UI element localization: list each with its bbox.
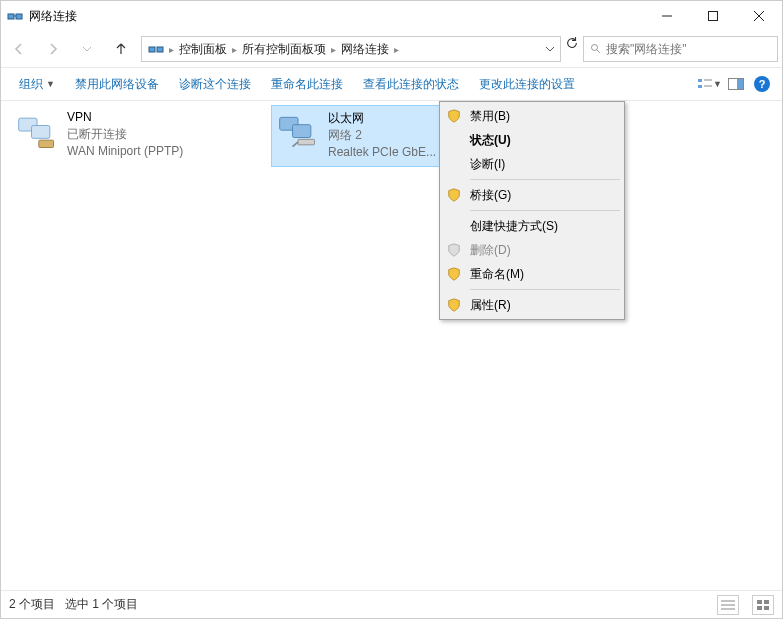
- address-icon: [144, 37, 168, 61]
- menu-label: 状态(U): [470, 132, 511, 149]
- preview-pane-button[interactable]: [724, 72, 748, 96]
- menu-label: 创建快捷方式(S): [470, 218, 558, 235]
- menu-delete: 删除(D): [442, 238, 622, 262]
- menu-disable[interactable]: 禁用(B): [442, 104, 622, 128]
- menu-label: 属性(R): [470, 297, 511, 314]
- chevron-right-icon[interactable]: ▸: [168, 44, 175, 55]
- empty-icon: [446, 218, 462, 234]
- view-mode-button[interactable]: ▼: [698, 72, 722, 96]
- rename-button[interactable]: 重命名此连接: [261, 70, 353, 99]
- address-bar[interactable]: ▸ 控制面板 ▸ 所有控制面板项 ▸ 网络连接 ▸: [141, 36, 561, 62]
- details-view-button[interactable]: [717, 595, 739, 615]
- organize-label: 组织: [19, 76, 43, 93]
- svg-rect-11: [698, 79, 702, 82]
- change-settings-button[interactable]: 更改此连接的设置: [469, 70, 585, 99]
- maximize-button[interactable]: [690, 1, 736, 31]
- menu-diagnose[interactable]: 诊断(I): [442, 152, 622, 176]
- menu-rename[interactable]: 重命名(M): [442, 262, 622, 286]
- search-box[interactable]: [583, 36, 778, 62]
- help-icon: ?: [754, 76, 770, 92]
- empty-icon: [446, 156, 462, 172]
- help-button[interactable]: ?: [750, 72, 774, 96]
- svg-rect-19: [39, 140, 54, 147]
- chevron-right-icon[interactable]: ▸: [330, 44, 337, 55]
- content-area[interactable]: VPN 已断开连接 WAN Miniport (PPTP) 以太网 网络 2 R…: [1, 101, 782, 590]
- search-input[interactable]: [606, 42, 777, 56]
- diagnose-button[interactable]: 诊断这个连接: [169, 70, 261, 99]
- shield-icon: [446, 297, 462, 313]
- svg-rect-27: [764, 600, 769, 604]
- menu-separator: [470, 179, 620, 180]
- window-title: 网络连接: [29, 8, 644, 25]
- menu-create-shortcut[interactable]: 创建快捷方式(S): [442, 214, 622, 238]
- crumb-all-items[interactable]: 所有控制面板项: [238, 37, 330, 61]
- menu-label: 诊断(I): [470, 156, 505, 173]
- menu-separator: [470, 289, 620, 290]
- svg-rect-16: [737, 79, 743, 89]
- back-button[interactable]: [5, 35, 33, 63]
- svg-point-9: [592, 45, 598, 51]
- empty-icon: [446, 132, 462, 148]
- svg-rect-21: [293, 125, 311, 138]
- menu-status[interactable]: 状态(U): [442, 128, 622, 152]
- titlebar: 网络连接: [1, 1, 782, 31]
- toolbar: 组织▼ 禁用此网络设备 诊断这个连接 重命名此连接 查看此连接的状态 更改此连接…: [1, 67, 782, 101]
- crumb-network-connections[interactable]: 网络连接: [337, 37, 393, 61]
- menu-label: 桥接(G): [470, 187, 511, 204]
- menu-label: 重命名(M): [470, 266, 524, 283]
- refresh-button[interactable]: [565, 36, 579, 62]
- ethernet-icon: [276, 110, 320, 154]
- minimize-button[interactable]: [644, 1, 690, 31]
- view-status-button[interactable]: 查看此连接的状态: [353, 70, 469, 99]
- menu-label: 禁用(B): [470, 108, 510, 125]
- connection-device: WAN Miniport (PPTP): [67, 143, 183, 160]
- svg-rect-26: [757, 600, 762, 604]
- svg-rect-12: [698, 85, 702, 88]
- status-selected-count: 选中 1 个项目: [65, 596, 138, 613]
- shield-icon: [446, 187, 462, 203]
- connection-status: 网络 2: [328, 127, 436, 144]
- search-icon: [590, 43, 602, 55]
- connection-name: VPN: [67, 109, 183, 126]
- svg-rect-28: [757, 606, 762, 610]
- recent-dropdown[interactable]: [73, 35, 101, 63]
- connection-status: 已断开连接: [67, 126, 183, 143]
- up-button[interactable]: [107, 35, 135, 63]
- address-dropdown-icon[interactable]: [538, 37, 560, 61]
- connection-tile-vpn[interactable]: VPN 已断开连接 WAN Miniport (PPTP): [11, 105, 251, 167]
- shield-icon: [446, 242, 462, 258]
- organize-button[interactable]: 组织▼: [9, 70, 65, 99]
- status-item-count: 2 个项目: [9, 596, 55, 613]
- context-menu: 禁用(B) 状态(U) 诊断(I) 桥接(G) 创建快捷方式(S) 删除(D) …: [439, 101, 625, 320]
- large-icons-view-button[interactable]: [752, 595, 774, 615]
- menu-separator: [470, 210, 620, 211]
- statusbar: 2 个项目 选中 1 个项目: [1, 590, 782, 618]
- connection-name: 以太网: [328, 110, 436, 127]
- crumb-control-panel[interactable]: 控制面板: [175, 37, 231, 61]
- shield-icon: [446, 108, 462, 124]
- svg-rect-4: [709, 12, 718, 21]
- window-icon: [7, 8, 23, 24]
- svg-rect-8: [157, 47, 163, 52]
- shield-icon: [446, 266, 462, 282]
- nav-row: ▸ 控制面板 ▸ 所有控制面板项 ▸ 网络连接 ▸: [1, 31, 782, 67]
- svg-rect-1: [16, 14, 22, 19]
- svg-rect-29: [764, 606, 769, 610]
- chevron-right-icon[interactable]: ▸: [393, 44, 400, 55]
- menu-bridge[interactable]: 桥接(G): [442, 183, 622, 207]
- svg-rect-22: [298, 139, 315, 145]
- close-button[interactable]: [736, 1, 782, 31]
- chevron-right-icon[interactable]: ▸: [231, 44, 238, 55]
- forward-button[interactable]: [39, 35, 67, 63]
- svg-rect-0: [8, 14, 14, 19]
- menu-label: 删除(D): [470, 242, 511, 259]
- svg-rect-7: [149, 47, 155, 52]
- vpn-icon: [15, 109, 59, 153]
- svg-rect-18: [32, 126, 50, 139]
- connection-device: Realtek PCIe GbE...: [328, 144, 436, 161]
- svg-line-10: [597, 50, 600, 53]
- disable-device-button[interactable]: 禁用此网络设备: [65, 70, 169, 99]
- menu-properties[interactable]: 属性(R): [442, 293, 622, 317]
